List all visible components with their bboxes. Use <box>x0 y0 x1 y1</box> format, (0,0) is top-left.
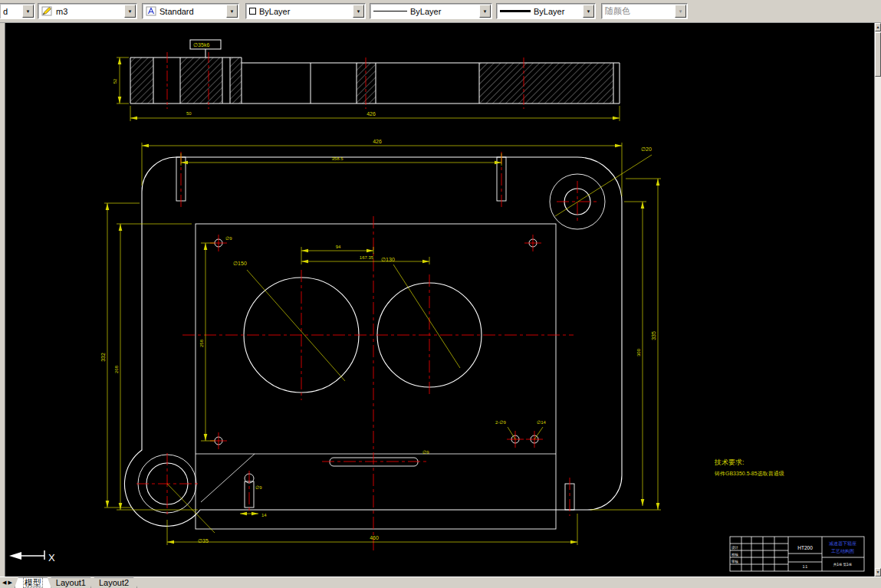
dim-label: 258 <box>199 339 204 347</box>
tab-next-icon[interactable]: ▶ <box>8 580 12 585</box>
part-name-line1: 减速器下箱座 <box>829 540 856 547</box>
dim-label: 460 <box>370 535 379 540</box>
layout-tabbar: ◀ ▶ 模型 Layout1 Layout2 <box>0 577 881 588</box>
sheet-label: 共1张 第1张 <box>833 563 853 567</box>
dim-label: 332 <box>100 353 106 362</box>
material-label: HT200 <box>797 545 813 550</box>
style-icon <box>146 6 156 16</box>
dim-label: ∅150 <box>233 261 247 266</box>
linetype-combo[interactable]: ByLayer ▼ <box>370 3 492 19</box>
color-combo-value: ByLayer <box>259 7 290 16</box>
layer-combo-value: m3 <box>56 7 67 16</box>
dim-label: 167.35 <box>360 255 374 260</box>
dim-label: ∅35 <box>198 538 209 544</box>
linetype-combo-value: ByLayer <box>410 7 441 16</box>
tab-model[interactable]: 模型 <box>15 577 51 588</box>
tab-navigation: ◀ ▶ <box>0 577 15 588</box>
dim-label: ∅14 <box>537 420 547 425</box>
tab-layout1-label: Layout1 <box>56 578 86 587</box>
pencil-icon <box>41 6 53 16</box>
dim-label: 2-∅9 <box>495 420 507 425</box>
model-space-canvas[interactable]: 426 50 52 ∅35k6 <box>0 23 881 577</box>
dim-label: 300 <box>636 348 641 356</box>
dim-label: 94 <box>336 245 341 249</box>
plotstyle-combo: 随颜色 ▼ <box>601 3 688 19</box>
cad-drawing: 426 50 52 ∅35k6 <box>0 23 881 577</box>
hole-center-marks <box>210 235 543 449</box>
dim-label: 52 <box>113 78 117 84</box>
dim-label: ∅130 <box>381 257 395 262</box>
tab-layout2-label: Layout2 <box>99 578 129 587</box>
color-combo[interactable]: ByLayer ▼ <box>245 3 366 19</box>
chevron-down-icon: ▼ <box>675 5 686 18</box>
dim-label: 50 <box>186 111 192 116</box>
partial-combo[interactable]: d ▼ <box>0 3 35 19</box>
scale-label: 1:1 <box>803 565 808 569</box>
partial-combo-value: d <box>0 4 21 18</box>
dim-label: ∅9 <box>422 450 429 455</box>
dim-label: 268 <box>114 365 119 373</box>
auditor-label: 审核 <box>731 560 739 563</box>
dim-label: ∅35k6 <box>193 42 209 48</box>
dim-label: ∅9 <box>225 236 232 241</box>
tech-requirements: 技术要求: 铸件GB3350.5-85选取普通级 <box>714 458 784 477</box>
tech-req-title: 技术要求: <box>714 458 745 466</box>
tech-req-line: 铸件GB3350.5-85选取普通级 <box>714 470 784 477</box>
title-block: HT200 减速器下箱座 工艺结构图 设计 校核 审核 1:1 共1张 第1张 <box>730 537 864 571</box>
dim-label: 335 <box>651 331 656 340</box>
dim-label: 14 <box>261 513 267 517</box>
tab-layout1[interactable]: Layout1 <box>48 577 94 588</box>
text-style-combo[interactable]: Standard ▼ <box>142 3 239 19</box>
chevron-down-icon[interactable]: ▼ <box>479 5 491 18</box>
scroll-down-icon[interactable]: ▼ <box>875 568 881 577</box>
dim-label: 358.5 <box>331 156 344 161</box>
checker-label: 校核 <box>731 553 739 557</box>
properties-toolbar: d ▼ m3 ▼ Standard ▼ <box>0 0 881 23</box>
dim-label: 426 <box>373 139 382 144</box>
tab-prev-icon[interactable]: ◀ <box>2 580 6 585</box>
plan-dimensions: 426 358.5 332 268 300 <box>100 139 661 545</box>
designer-label: 设计 <box>731 545 739 550</box>
lineweight-combo[interactable]: ByLayer ▼ <box>496 3 596 19</box>
color-swatch-icon <box>249 8 256 15</box>
linetype-sample-icon <box>373 11 407 11</box>
part-name-line2: 工艺结构图 <box>831 548 854 554</box>
left-dock-edge <box>0 23 5 577</box>
layer-combo[interactable]: m3 ▼ <box>38 3 137 19</box>
tab-model-label: 模型 <box>23 577 43 588</box>
dim-label: ∅9 <box>255 485 262 490</box>
lineweight-combo-value: ByLayer <box>534 7 564 16</box>
chevron-down-icon[interactable]: ▼ <box>22 5 34 18</box>
scrollbar-thumb[interactable] <box>875 32 881 77</box>
dim-label: 426 <box>367 111 376 117</box>
autocad-window: d ▼ m3 ▼ Standard ▼ <box>0 0 881 588</box>
chevron-down-icon[interactable]: ▼ <box>353 5 364 18</box>
section-view <box>130 40 620 103</box>
text-style-combo-value: Standard <box>159 7 194 16</box>
chevron-down-icon[interactable]: ▼ <box>583 5 594 18</box>
plotstyle-combo-value: 随颜色 <box>602 4 674 18</box>
vertical-scrollbar[interactable]: ▲ ▼ <box>874 23 881 577</box>
chevron-down-icon[interactable]: ▼ <box>226 5 238 18</box>
dim-label: ∅20 <box>641 146 652 152</box>
ucs-x-label: X <box>48 552 55 563</box>
scroll-up-icon[interactable]: ▲ <box>875 23 881 31</box>
ucs-icon: X <box>9 550 55 563</box>
tab-layout2[interactable]: Layout2 <box>90 577 137 588</box>
lineweight-sample-icon <box>500 10 531 12</box>
chevron-down-icon[interactable]: ▼ <box>124 5 136 18</box>
